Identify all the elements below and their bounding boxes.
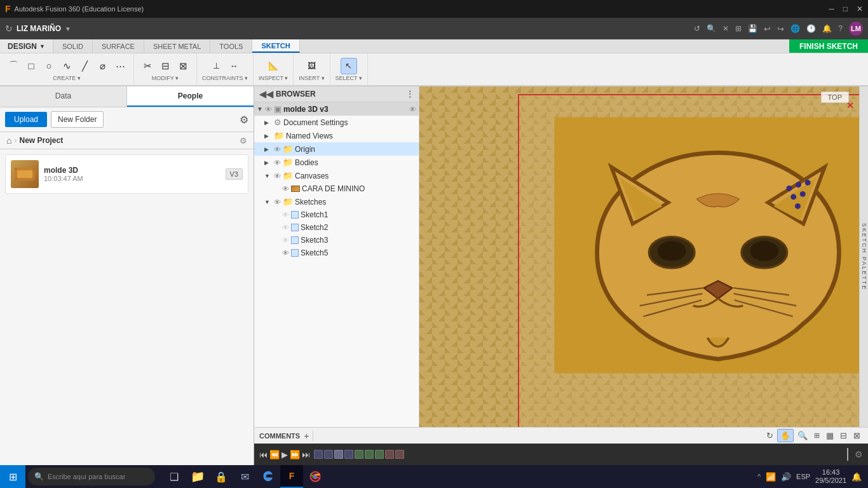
display2-tool[interactable]: ⊠	[851, 430, 863, 442]
browser-item-bodies[interactable]: ▶ 👁 📁 Bodies	[254, 156, 419, 169]
timeline-end-button[interactable]: ⏭	[302, 450, 310, 459]
origin-eye-icon[interactable]: 👁	[274, 146, 281, 153]
bodies-eye-icon[interactable]: 👁	[274, 159, 281, 166]
browser-item-canvases[interactable]: ▼ 👁 📁 Canvases	[254, 169, 419, 182]
taskbar-search[interactable]: 🔍 Escribe aquí para buscar	[28, 468, 155, 485]
browser-item-sketch3[interactable]: 👁 Sketch3	[254, 234, 419, 247]
browser-item-sketch5[interactable]: 👁 Sketch5	[254, 247, 419, 259]
sketch1-eye-icon[interactable]: 👁	[282, 211, 289, 219]
browser-root[interactable]: ▼ 👁 ▣ molde 3D v3 👁	[254, 102, 419, 116]
mail-app[interactable]: ✉	[233, 465, 256, 488]
maximize-button[interactable]: □	[843, 4, 848, 13]
timeline-item-1[interactable]	[314, 450, 323, 459]
tab-tools[interactable]: TOOLS	[210, 39, 252, 53]
inspect-tool[interactable]: 📐	[265, 58, 281, 74]
canvases-eye-icon[interactable]: 👁	[274, 172, 281, 180]
timeline-settings-icon[interactable]: ⚙	[855, 449, 863, 459]
close-button[interactable]: ✕	[857, 4, 863, 13]
save-icon[interactable]: 💾	[748, 24, 757, 33]
constraint2-tool[interactable]: ↔	[226, 58, 242, 74]
globe-icon[interactable]: 🌐	[790, 24, 800, 33]
chrome-app[interactable]	[304, 465, 327, 488]
root-eye2-icon[interactable]: 👁	[409, 105, 416, 113]
select-tool[interactable]: ↖	[341, 58, 357, 74]
fileexplorer-app[interactable]: 📁	[186, 465, 209, 488]
zoom-tool[interactable]: 🔍	[795, 430, 810, 442]
timeline-item-2[interactable]	[324, 450, 333, 459]
search-icon[interactable]: 🔍	[707, 24, 716, 33]
scissors-tool[interactable]: ✂	[139, 58, 156, 74]
circle-tool[interactable]: ○	[41, 58, 57, 74]
start-button[interactable]: ⊞	[0, 465, 25, 488]
edge-app[interactable]	[257, 465, 280, 488]
grid-icon[interactable]: ⊞	[735, 24, 742, 33]
eye-icon[interactable]: 👁	[265, 105, 272, 113]
spline-tool[interactable]: ∿	[58, 58, 75, 74]
timeline-start-button[interactable]: ⏮	[259, 450, 268, 459]
insert-tool[interactable]: 🖼	[303, 58, 320, 74]
cara-eye-icon[interactable]: 👁	[282, 185, 289, 193]
panel-settings-icon[interactable]: ⚙	[240, 114, 248, 126]
display-tool[interactable]: ▦	[824, 430, 836, 442]
timeline-item-3[interactable]	[334, 450, 343, 459]
tab-surface[interactable]: SURFACE	[93, 39, 144, 53]
new-folder-button[interactable]: New Folder	[51, 111, 104, 128]
fusion360-app[interactable]: F	[280, 465, 303, 488]
browser-item-sketch2[interactable]: 👁 Sketch2	[254, 221, 419, 234]
timeline-prev-button[interactable]: ⏪	[269, 450, 280, 459]
minimize-button[interactable]: ─	[829, 4, 834, 13]
sketch-palette-panel[interactable]: SKETCH PALETTE	[859, 86, 868, 427]
trim-tool[interactable]: ⊠	[175, 58, 191, 74]
version-badge[interactable]: V3	[226, 168, 243, 180]
timeline-item-4[interactable]	[344, 450, 353, 459]
tab-solid[interactable]: SOLID	[53, 39, 93, 53]
browser-item-doc-settings[interactable]: ▶ ⚙ Document Settings	[254, 116, 419, 129]
notification-icon[interactable]: 🔔	[851, 472, 862, 482]
browser-collapse-icon[interactable]: ◀◀	[259, 89, 273, 99]
upload-button[interactable]: Upload	[5, 112, 47, 127]
browser-item-origin[interactable]: ▶ 👁 📁 Origin	[254, 142, 419, 156]
file-item[interactable]: molde 3D 10:03:47 AM V3	[5, 154, 248, 194]
timeline-next-button[interactable]: ⏩	[290, 450, 300, 459]
add-comment-icon[interactable]: +	[304, 431, 309, 441]
browser-item-named-views[interactable]: ▶ 📁 Named Views	[254, 129, 419, 142]
orbit-tool[interactable]: ↻	[764, 430, 776, 442]
more-create-tool[interactable]: ⋯	[112, 58, 128, 74]
tray-expand-icon[interactable]: ^	[757, 473, 761, 480]
sketch3-eye-icon[interactable]: 👁	[282, 236, 289, 244]
undo-icon[interactable]: ↩	[764, 24, 771, 34]
tab-sheet-metal[interactable]: SHEET METAL	[144, 39, 210, 53]
tab-sketch[interactable]: SKETCH	[252, 39, 299, 53]
browser-menu-icon[interactable]: ⋮	[406, 90, 414, 98]
line-tool[interactable]: ╱	[76, 58, 93, 74]
fit-tool[interactable]: ⊞	[811, 430, 822, 441]
redo-icon[interactable]: ↪	[777, 24, 784, 34]
timeline-item-8[interactable]	[385, 450, 394, 459]
timeline-item-7[interactable]	[375, 450, 384, 459]
tab-data[interactable]: Data	[0, 86, 127, 107]
constraint1-tool[interactable]: ⊥	[208, 58, 224, 74]
avatar[interactable]: LM	[849, 22, 863, 36]
clock-icon[interactable]: 🕐	[806, 24, 816, 33]
taskview-app[interactable]: ❑	[163, 465, 186, 488]
pan-tool[interactable]: ✋	[777, 429, 794, 442]
sketches-eye-icon[interactable]: 👁	[274, 198, 281, 206]
project-settings-icon[interactable]: ⚙	[240, 136, 247, 146]
curve-tool[interactable]: ⌀	[94, 58, 111, 74]
design-button[interactable]: DESIGN ▼	[0, 39, 53, 53]
sketch2-eye-icon[interactable]: 👁	[282, 224, 289, 231]
timeline-item-6[interactable]	[365, 450, 374, 459]
close2-icon[interactable]: ✕	[722, 24, 729, 33]
timeline-play-button[interactable]: ▶	[281, 450, 288, 459]
volume-icon[interactable]: 🔊	[781, 472, 791, 482]
bell-icon[interactable]: 🔔	[822, 24, 832, 33]
browser-item-cara[interactable]: 👁 CARA DE MININO	[254, 182, 419, 195]
network-icon[interactable]: 📶	[766, 472, 776, 482]
language-label[interactable]: ESP	[796, 473, 810, 480]
time-date-display[interactable]: 16:43 29/5/2021	[815, 468, 846, 485]
sketch5-eye-icon[interactable]: 👁	[282, 249, 289, 257]
finish-sketch-button[interactable]: FINISH SKETCH	[789, 39, 868, 53]
home-icon[interactable]: ⌂	[6, 135, 11, 146]
browser-item-sketch1[interactable]: 👁 Sketch1	[254, 208, 419, 221]
tab-people[interactable]: People	[127, 86, 254, 107]
